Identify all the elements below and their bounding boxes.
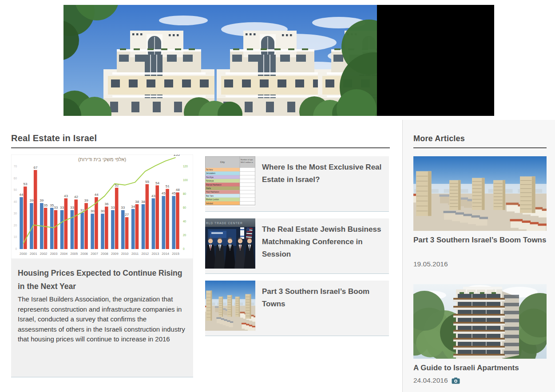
- svg-text:2009: 2009: [111, 252, 119, 256]
- feature-article-body: Housing Prices Expected to Continue Risi…: [11, 259, 193, 344]
- svg-text:38: 38: [135, 200, 139, 204]
- svg-text:45: 45: [162, 191, 166, 195]
- svg-text:33: 33: [60, 206, 64, 210]
- svg-text:60: 60: [14, 177, 17, 180]
- article-list-item[interactable]: Part 3 Southern Israel’s Boom Towns: [205, 281, 389, 336]
- svg-text:39: 39: [84, 198, 88, 202]
- svg-text:2001: 2001: [30, 252, 37, 256]
- svg-text:City: City: [220, 161, 225, 163]
- section-title: Real Estate in Israel: [11, 133, 390, 148]
- housing-starts-chart: (אלפי משקי בית ודירות)010203040506070020…: [11, 154, 193, 259]
- svg-text:Hod Hasharon: Hod Hasharon: [206, 191, 219, 193]
- svg-text:2004: 2004: [60, 252, 68, 256]
- svg-text:48: 48: [176, 188, 180, 192]
- apartment-render-image: [413, 284, 547, 359]
- hero-banner[interactable]: [63, 5, 494, 116]
- sidebar-article-date: 24.04.2016: [413, 376, 460, 384]
- date-text: 19.05.2016: [413, 260, 448, 268]
- apartment-buildings-image: [63, 5, 494, 116]
- svg-text:44: 44: [20, 193, 24, 197]
- city-aerial-thumbnail[interactable]: [205, 281, 255, 331]
- svg-text:0: 0: [183, 247, 185, 250]
- sidebar-article-image[interactable]: [413, 284, 547, 359]
- conference-photo-thumbnail[interactable]: RLD TRADE CENTER: [205, 218, 255, 269]
- svg-text:27: 27: [125, 213, 129, 217]
- svg-text:51: 51: [166, 184, 170, 188]
- svg-text:2005: 2005: [70, 252, 78, 256]
- svg-text:55: 55: [145, 180, 149, 184]
- svg-text:Netanya: Netanya: [206, 180, 214, 182]
- sidebar-article-title[interactable]: A Guide to Israeli Apartments: [413, 362, 547, 373]
- city-aerial-image: [413, 156, 547, 231]
- date-text: 24.04.2016: [413, 376, 448, 384]
- svg-text:RLD TRADE CENTER: RLD TRADE CENTER: [206, 222, 243, 225]
- svg-text:Haifa: Haifa: [206, 187, 211, 190]
- feature-article-excerpt: The Israel Builders Association, the org…: [18, 294, 186, 344]
- svg-text:Ashdod: Ashdod: [206, 202, 213, 205]
- svg-text:60: 60: [183, 206, 186, 209]
- sidebar-article-image[interactable]: [413, 156, 547, 231]
- svg-text:33: 33: [54, 206, 58, 210]
- feature-article-card[interactable]: (אלפי משקי בית ודירות)010203040506070020…: [11, 154, 193, 377]
- svg-text:2014: 2014: [162, 252, 169, 256]
- sidebar-title: More Articles: [413, 134, 547, 148]
- svg-text:2006: 2006: [80, 252, 88, 256]
- svg-text:2011: 2011: [131, 252, 139, 256]
- svg-text:NIS 5 million in: NIS 5 million in: [241, 161, 254, 163]
- housing-chart-thumbnail[interactable]: (אלפי משקי בית ודירות)010203040506070020…: [11, 154, 193, 259]
- article-title[interactable]: Part 3 Southern Israel’s Boom Towns: [262, 285, 385, 310]
- svg-text:33: 33: [121, 206, 125, 210]
- svg-text:43: 43: [64, 194, 68, 198]
- svg-text:34: 34: [131, 205, 135, 209]
- svg-text:Ramat Hasharon: Ramat Hasharon: [206, 184, 222, 186]
- svg-text:30: 30: [101, 209, 105, 213]
- svg-text:30: 30: [14, 212, 17, 215]
- svg-text:39: 39: [29, 198, 33, 202]
- svg-text:39: 39: [40, 198, 44, 202]
- svg-text:0: 0: [15, 247, 17, 250]
- svg-text:2012: 2012: [142, 252, 149, 256]
- svg-text:Rishon Lezion: Rishon Lezion: [206, 198, 219, 201]
- city-price-table-thumbnail[interactable]: CityNumber of apaNIS 5 million inTel Avi…: [205, 156, 255, 206]
- camera-icon: [452, 377, 460, 384]
- svg-text:2010: 2010: [121, 252, 129, 256]
- svg-text:53: 53: [24, 182, 28, 186]
- svg-text:2002: 2002: [40, 252, 48, 256]
- svg-text:80: 80: [183, 192, 186, 195]
- article-title[interactable]: The Real Estate Jewish Business Matchmak…: [262, 223, 385, 261]
- svg-text:Bat Yam: Bat Yam: [206, 195, 214, 197]
- svg-text:2008: 2008: [101, 252, 108, 256]
- svg-text:10: 10: [14, 235, 17, 238]
- svg-text:Tel Aviv: Tel Aviv: [206, 169, 213, 171]
- article-list-item[interactable]: RLD TRADE CENTER The Real Estate Jewish …: [205, 218, 389, 274]
- svg-text:40: 40: [183, 220, 186, 223]
- article-list-item[interactable]: CityNumber of apaNIS 5 million inTel Avi…: [205, 156, 389, 212]
- feature-article-title[interactable]: Housing Prices Expected to Continue Risi…: [18, 266, 186, 293]
- svg-text:20: 20: [14, 224, 17, 227]
- svg-text:30: 30: [91, 209, 95, 213]
- svg-text:(אלפי משקי בית ודירות): (אלפי משקי בית ודירות): [78, 157, 126, 162]
- svg-text:133: 133: [173, 154, 179, 157]
- svg-text:40: 40: [14, 200, 17, 203]
- article-title[interactable]: Where Is the Most Exclusive Real Estate …: [262, 161, 385, 186]
- svg-text:2000: 2000: [20, 252, 27, 256]
- svg-text:Number of apa: Number of apa: [241, 158, 253, 161]
- svg-text:38: 38: [141, 200, 145, 204]
- svg-text:67: 67: [33, 166, 37, 170]
- svg-text:42: 42: [74, 195, 78, 199]
- svg-text:43: 43: [151, 194, 155, 198]
- svg-text:2015: 2015: [172, 252, 179, 256]
- svg-text:36: 36: [105, 202, 109, 206]
- svg-text:35: 35: [44, 203, 48, 207]
- svg-text:Herzliya: Herzliya: [206, 176, 214, 178]
- svg-text:100: 100: [183, 178, 188, 182]
- svg-text:120: 120: [183, 165, 188, 168]
- svg-text:2013: 2013: [151, 252, 159, 256]
- svg-text:2003: 2003: [50, 252, 58, 256]
- sidebar-article-date: 19.05.2016: [413, 260, 448, 268]
- svg-text:44: 44: [95, 193, 99, 197]
- svg-text:45: 45: [172, 191, 176, 195]
- svg-text:20: 20: [183, 234, 186, 237]
- sidebar-article-title[interactable]: Part 3 Southern Israel’s Boom Towns: [413, 234, 547, 245]
- svg-text:50: 50: [14, 188, 17, 191]
